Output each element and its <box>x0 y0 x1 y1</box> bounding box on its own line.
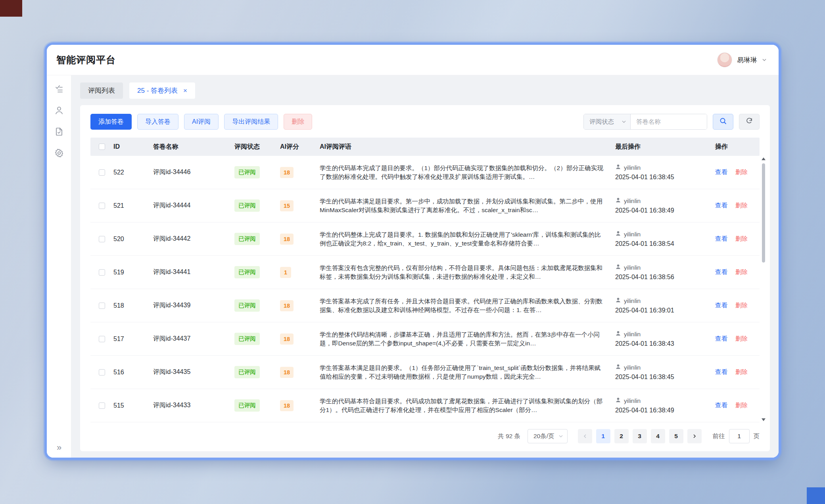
operator-name: yilinlin <box>624 264 641 271</box>
delete-link[interactable]: 删除 <box>735 335 748 342</box>
row-name: 评阅id-34435 <box>153 368 234 376</box>
main-content: 评阅列表 25 - 答卷列表 × 添加答卷 导入答卷 AI评阅 导出评阅结果 删… <box>71 75 779 458</box>
delete-link[interactable]: 删除 <box>735 235 748 242</box>
chevron-right-icon <box>692 434 697 439</box>
scrollbar-thumb[interactable] <box>762 163 765 263</box>
operator-name: yilinlin <box>624 297 641 305</box>
ai-comment: 学生的代码整体上完成了题目要求。1. 数据集的加载和划分正确使用了'sklear… <box>320 230 605 248</box>
ai-comment: 学生的代码基本完成了题目的要求。（1）部分代码正确实现了数据集的加载和切分。（2… <box>320 164 605 181</box>
ai-review-button[interactable]: AI评阅 <box>184 114 219 130</box>
scroll-up-icon[interactable] <box>762 157 766 160</box>
row-checkbox[interactable] <box>99 269 105 276</box>
sidebar-collapse-button[interactable]: » <box>47 443 71 453</box>
operation-time: 2025-04-01 16:38:43 <box>615 340 715 347</box>
row-checkbox[interactable] <box>99 336 105 342</box>
row-checkbox[interactable] <box>99 402 105 409</box>
view-link[interactable]: 查看 <box>715 268 727 275</box>
row-checkbox[interactable] <box>99 369 105 376</box>
header-id: ID <box>113 143 153 150</box>
view-link[interactable]: 查看 <box>715 368 727 375</box>
sidebar-item-answer-sheets[interactable] <box>54 127 64 136</box>
refresh-icon <box>745 117 753 126</box>
row-checkbox[interactable] <box>99 236 105 242</box>
tab-close-icon[interactable]: × <box>183 87 187 94</box>
delete-link[interactable]: 删除 <box>735 368 748 375</box>
answer-table: ID 答卷名称 评阅状态 AI评分 AI评阅评语 最后操作 操作 522 评阅i… <box>90 138 760 423</box>
status-badge: 已评阅 <box>234 333 260 345</box>
header-last-op: 最后操作 <box>615 143 715 151</box>
checklist-icon <box>54 84 64 94</box>
table-row: 518 评阅id-34439 已评阅 18 学生答案基本完成了所有任务，并且大体… <box>90 289 760 322</box>
page-button-2[interactable]: 2 <box>614 429 629 443</box>
chevron-down-icon <box>622 119 626 124</box>
search-icon <box>719 117 727 126</box>
row-id: 519 <box>113 269 153 276</box>
sidebar-item-users[interactable] <box>54 105 64 115</box>
delete-link[interactable]: 删除 <box>735 169 748 175</box>
view-link[interactable]: 查看 <box>715 335 727 342</box>
sidebar: » <box>47 75 71 458</box>
add-answer-button[interactable]: 添加答卷 <box>90 114 132 130</box>
row-id: 518 <box>113 302 153 309</box>
page-button-5[interactable]: 5 <box>669 429 683 443</box>
answer-name-input[interactable] <box>631 114 707 129</box>
page-size-select[interactable]: 20条/页 <box>528 429 568 443</box>
avatar[interactable] <box>717 52 732 67</box>
page-button-3[interactable]: 3 <box>633 429 647 443</box>
view-link[interactable]: 查看 <box>715 202 727 209</box>
goto-label: 前往 <box>713 432 725 441</box>
search-button[interactable] <box>713 114 733 130</box>
refresh-button[interactable] <box>739 114 760 130</box>
view-link[interactable]: 查看 <box>715 302 727 309</box>
next-page-button[interactable] <box>687 429 702 443</box>
page-button-1[interactable]: 1 <box>596 429 610 443</box>
review-status-select[interactable]: 评阅状态 <box>584 114 631 129</box>
delete-link[interactable]: 删除 <box>735 202 748 209</box>
page-button-4[interactable]: 4 <box>651 429 665 443</box>
status-badge: 已评阅 <box>234 399 260 412</box>
table-row: 522 评阅id-34446 已评阅 18 学生的代码基本完成了题目的要求。（1… <box>90 156 760 189</box>
row-name: 评阅id-34441 <box>153 268 234 276</box>
row-name: 评阅id-34444 <box>153 201 234 210</box>
operation-time: 2025-04-01 16:39:01 <box>615 307 715 314</box>
row-id: 516 <box>113 369 153 376</box>
view-link[interactable]: 查看 <box>715 235 727 242</box>
chevron-left-icon <box>583 434 587 439</box>
tab-answer-list[interactable]: 25 - 答卷列表 × <box>129 82 195 99</box>
delete-link[interactable]: 删除 <box>735 402 748 408</box>
table-row: 517 评阅id-34437 已评阅 18 学生的整体代码结构清晰，步骤基本正确… <box>90 322 760 356</box>
score-badge: 18 <box>280 167 294 178</box>
row-checkbox[interactable] <box>99 169 105 176</box>
row-name: 评阅id-34442 <box>153 235 234 243</box>
delete-link[interactable]: 删除 <box>735 302 748 309</box>
operator-name: yilinlin <box>624 231 641 238</box>
delete-link[interactable]: 删除 <box>735 268 748 275</box>
total-count: 共 92 条 <box>498 432 520 441</box>
export-results-button[interactable]: 导出评阅结果 <box>224 114 278 130</box>
app-header: 智能评阅平台 易琳琳 <box>47 45 779 75</box>
delete-button[interactable]: 删除 <box>284 114 312 130</box>
view-link[interactable]: 查看 <box>715 402 727 408</box>
sidebar-item-settings[interactable] <box>54 148 64 158</box>
row-checkbox[interactable] <box>99 203 105 209</box>
scroll-down-icon[interactable] <box>762 418 766 421</box>
prev-page-button[interactable] <box>578 429 592 443</box>
answer-list-card: 添加答卷 导入答卷 AI评阅 导出评阅结果 删除 评阅状态 <box>80 105 770 451</box>
operation-time: 2025-04-01 16:38:54 <box>615 240 715 247</box>
operation-time: 2025-04-01 16:38:56 <box>615 274 715 281</box>
row-checkbox[interactable] <box>99 303 105 309</box>
row-name: 评阅id-34439 <box>153 301 234 310</box>
view-link[interactable]: 查看 <box>715 169 727 175</box>
user-menu[interactable]: 易琳琳 <box>717 52 767 67</box>
goto-page-input[interactable] <box>729 429 750 443</box>
select-all-checkbox[interactable] <box>99 144 105 150</box>
score-badge: 18 <box>280 234 294 245</box>
tab-review-list[interactable]: 评阅列表 <box>80 82 123 99</box>
tab-label: 评阅列表 <box>88 86 115 95</box>
import-answer-button[interactable]: 导入答卷 <box>137 114 178 130</box>
chevron-down-icon <box>558 434 563 439</box>
sidebar-item-review-list[interactable] <box>54 84 64 94</box>
document-check-icon <box>54 127 64 136</box>
page-size-label: 20条/页 <box>533 432 554 441</box>
table-scrollbar[interactable] <box>761 157 766 421</box>
